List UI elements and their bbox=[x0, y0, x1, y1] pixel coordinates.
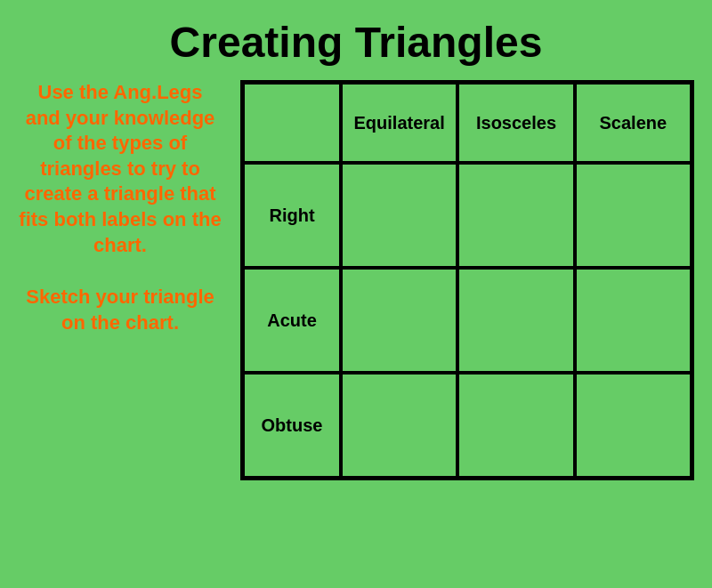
cell-acute-scalene bbox=[575, 268, 692, 373]
row-label-acute: Acute bbox=[243, 268, 341, 373]
instruction-text: Use the Ang.Legs and your knowledge of t… bbox=[18, 80, 222, 258]
cell-obtuse-scalene bbox=[575, 373, 692, 478]
cell-acute-isosceles bbox=[457, 268, 574, 373]
header-equilateral: Equilateral bbox=[341, 83, 457, 163]
cell-obtuse-equilateral bbox=[341, 373, 457, 478]
grid-header-row: Equilateral Isosceles Scalene bbox=[243, 83, 692, 163]
cell-right-equilateral bbox=[341, 163, 457, 268]
cell-right-isosceles bbox=[457, 163, 574, 268]
triangle-grid: Equilateral Isosceles Scalene Right Acut… bbox=[240, 80, 694, 480]
grid-row-obtuse: Obtuse bbox=[243, 373, 692, 478]
header-empty-cell bbox=[243, 83, 341, 163]
left-panel: Use the Ang.Legs and your knowledge of t… bbox=[18, 80, 222, 335]
row-label-right: Right bbox=[243, 163, 341, 268]
sketch-text: Sketch your triangle on the chart. bbox=[18, 285, 222, 335]
grid-row-acute: Acute bbox=[243, 268, 692, 373]
header-scalene: Scalene bbox=[575, 83, 692, 163]
cell-right-scalene bbox=[575, 163, 692, 268]
cell-obtuse-isosceles bbox=[457, 373, 574, 478]
page-title: Creating Triangles bbox=[0, 0, 712, 80]
row-label-obtuse: Obtuse bbox=[243, 373, 341, 478]
grid-row-right: Right bbox=[243, 163, 692, 268]
cell-acute-equilateral bbox=[341, 268, 457, 373]
header-isosceles: Isosceles bbox=[457, 83, 574, 163]
